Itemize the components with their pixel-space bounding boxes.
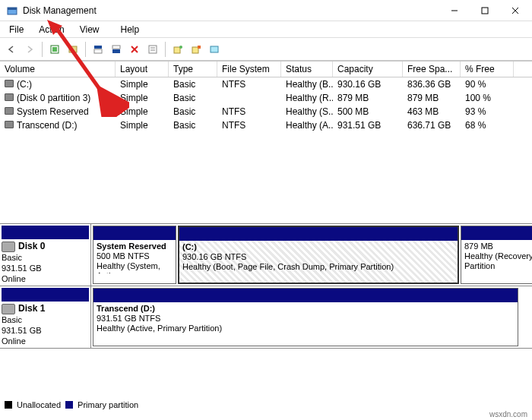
menu-action[interactable]: Action (31, 23, 71, 36)
forward-button[interactable] (21, 41, 38, 58)
svg-rect-11 (112, 46, 120, 49)
volume-row[interactable]: (Disk 0 partition 3)SimpleBasicHealthy (… (0, 91, 532, 105)
svg-rect-8 (69, 46, 77, 52)
action-1-button[interactable] (169, 41, 186, 58)
svg-rect-7 (52, 47, 57, 52)
volume-icon (5, 93, 14, 101)
svg-rect-18 (174, 47, 180, 53)
volume-row[interactable]: Transcend (D:)SimpleBasicNTFSHealthy (A.… (0, 118, 532, 132)
disk-partitions: Transcend (D:)931.51 GB NTFSHealthy (Act… (91, 286, 532, 348)
disk-icon (2, 242, 15, 252)
col-type[interactable]: Type (169, 62, 217, 77)
legend-unallocated-swatch (5, 401, 12, 409)
volume-list[interactable]: (C:)SimpleBasicNTFSHealthy (B...930.16 G… (0, 77, 532, 132)
menu-view[interactable]: View (72, 23, 107, 36)
svg-rect-21 (198, 46, 201, 49)
volume-icon (5, 107, 14, 115)
show-top-button[interactable] (90, 41, 106, 58)
col-status[interactable]: Status (281, 62, 333, 77)
properties-button[interactable] (144, 41, 161, 58)
delete-button[interactable] (126, 41, 143, 58)
disk-row: Disk 1Basic931.51 GBOnlineTranscend (D:)… (0, 286, 532, 349)
volume-row[interactable]: System ReservedSimpleBasicNTFSHealthy (S… (0, 105, 532, 118)
disk-row: Disk 0Basic931.51 GBOnlineSystem Reserve… (0, 224, 532, 286)
svg-point-19 (179, 46, 182, 49)
empty-area (0, 132, 532, 223)
refresh-button[interactable] (46, 41, 63, 58)
svg-rect-3 (482, 8, 488, 14)
disk-icon (2, 304, 15, 314)
volume-icon (5, 80, 14, 87)
back-button[interactable] (3, 41, 20, 58)
watermark: wsxdn.com (489, 410, 527, 418)
maximize-button[interactable] (470, 0, 500, 21)
minimize-button[interactable] (439, 0, 470, 21)
graphical-view: Disk 0Basic931.51 GBOnlineSystem Reserve… (0, 223, 532, 349)
col-capacity[interactable]: Capacity (333, 62, 403, 77)
window-title: Disk Management (23, 5, 439, 16)
svg-rect-10 (94, 49, 102, 53)
col-pctfree[interactable]: % Free (461, 62, 514, 77)
toolbar (0, 38, 532, 61)
col-filesystem[interactable]: File System (217, 62, 281, 77)
menubar: File Action View Help (0, 21, 532, 38)
titlebar: Disk Management (0, 0, 532, 21)
app-icon (6, 5, 18, 17)
svg-rect-22 (211, 46, 218, 52)
volume-icon (5, 121, 14, 128)
separator (85, 42, 86, 57)
svg-rect-12 (112, 49, 120, 53)
legend-primary-label: Primary partition (78, 400, 138, 409)
menu-help[interactable]: Help (113, 23, 147, 36)
partition[interactable]: (C:)930.16 GB NTFSHealthy (Boot, Page Fi… (178, 226, 459, 284)
legend-primary-swatch (65, 401, 73, 409)
col-volume[interactable]: Volume (0, 62, 116, 77)
legend: Unallocated Primary partition (5, 400, 138, 409)
svg-rect-15 (149, 46, 157, 53)
partition[interactable]: 879 MBHealthy (Recovery Partition (461, 226, 532, 284)
close-button[interactable] (500, 0, 530, 21)
col-free[interactable]: Free Spa... (403, 62, 461, 77)
menu-file[interactable]: File (2, 23, 31, 36)
show-bottom-button[interactable] (108, 41, 125, 58)
disk-header[interactable]: Disk 0Basic931.51 GBOnline (0, 224, 91, 286)
volume-list-header: Volume Layout Type File System Status Ca… (0, 61, 532, 77)
partition[interactable]: System Reserved500 MB NTFSHealthy (Syste… (93, 226, 176, 284)
col-layout[interactable]: Layout (116, 62, 169, 77)
disk-partitions: System Reserved500 MB NTFSHealthy (Syste… (91, 224, 532, 286)
volume-row[interactable]: (C:)SimpleBasicNTFSHealthy (B...930.16 G… (0, 77, 532, 91)
scan-button[interactable] (65, 41, 81, 58)
svg-rect-20 (192, 47, 198, 53)
action-3-button[interactable] (206, 41, 223, 58)
action-2-button[interactable] (188, 41, 204, 58)
separator (42, 42, 43, 57)
partition[interactable]: Transcend (D:)931.51 GB NTFSHealthy (Act… (93, 288, 518, 346)
separator (165, 42, 166, 57)
legend-unallocated-label: Unallocated (17, 400, 61, 409)
svg-rect-9 (94, 46, 102, 49)
svg-rect-1 (8, 8, 17, 10)
disk-header[interactable]: Disk 1Basic931.51 GBOnline (0, 286, 91, 348)
